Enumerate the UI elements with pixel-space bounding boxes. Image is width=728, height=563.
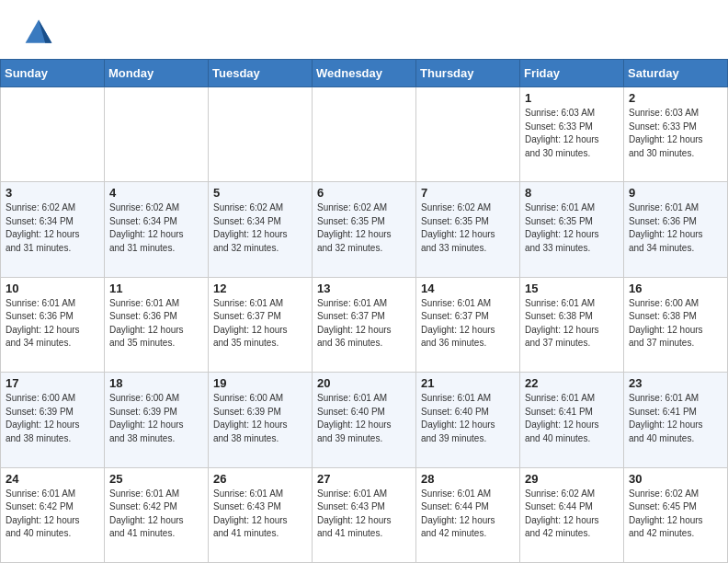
day-number: 26 [213, 472, 307, 486]
day-info: Sunrise: 6:02 AM Sunset: 6:34 PM Dayligh… [109, 201, 203, 255]
calendar-cell: 23Sunrise: 6:01 AM Sunset: 6:41 PM Dayli… [624, 373, 728, 467]
calendar-cell: 15Sunrise: 6:01 AM Sunset: 6:38 PM Dayli… [520, 277, 624, 372]
day-number: 28 [421, 472, 515, 486]
calendar-cell: 12Sunrise: 6:01 AM Sunset: 6:37 PM Dayli… [209, 277, 313, 372]
day-info: Sunrise: 6:01 AM Sunset: 6:44 PM Dayligh… [421, 488, 515, 541]
day-info: Sunrise: 6:01 AM Sunset: 6:38 PM Dayligh… [525, 297, 619, 350]
day-info: Sunrise: 6:01 AM Sunset: 6:41 PM Dayligh… [525, 392, 619, 445]
day-number: 13 [317, 282, 411, 295]
calendar-week: 10Sunrise: 6:01 AM Sunset: 6:36 PM Dayli… [1, 277, 728, 372]
calendar-cell: 21Sunrise: 6:01 AM Sunset: 6:40 PM Dayli… [416, 373, 520, 467]
day-info: Sunrise: 6:02 AM Sunset: 6:35 PM Dayligh… [421, 201, 515, 255]
day-info: Sunrise: 6:02 AM Sunset: 6:35 PM Dayligh… [317, 201, 411, 255]
calendar-cell: 16Sunrise: 6:00 AM Sunset: 6:38 PM Dayli… [624, 277, 728, 372]
calendar-body: 1Sunrise: 6:03 AM Sunset: 6:33 PM Daylig… [1, 87, 728, 563]
calendar-cell: 26Sunrise: 6:01 AM Sunset: 6:43 PM Dayli… [209, 467, 313, 562]
weekday-header: Thursday [416, 60, 520, 87]
day-info: Sunrise: 6:01 AM Sunset: 6:36 PM Dayligh… [6, 297, 99, 350]
calendar-cell: 17Sunrise: 6:00 AM Sunset: 6:39 PM Dayli… [1, 373, 105, 467]
weekday-header: Wednesday [313, 60, 416, 87]
weekday-header: Sunday [1, 60, 105, 87]
day-number: 18 [109, 376, 203, 390]
calendar-week: 1Sunrise: 6:03 AM Sunset: 6:33 PM Daylig… [1, 87, 728, 182]
calendar-cell [416, 87, 520, 182]
day-number: 23 [629, 376, 722, 390]
day-number: 16 [629, 282, 722, 295]
calendar-week: 24Sunrise: 6:01 AM Sunset: 6:42 PM Dayli… [1, 467, 728, 562]
calendar-cell: 27Sunrise: 6:01 AM Sunset: 6:43 PM Dayli… [313, 467, 416, 562]
calendar-cell: 19Sunrise: 6:00 AM Sunset: 6:39 PM Dayli… [209, 373, 313, 467]
day-number: 9 [629, 186, 722, 200]
day-info: Sunrise: 6:01 AM Sunset: 6:37 PM Dayligh… [421, 297, 515, 350]
calendar-cell: 5Sunrise: 6:02 AM Sunset: 6:34 PM Daylig… [209, 182, 313, 277]
header [0, 0, 728, 59]
day-number: 20 [317, 376, 411, 390]
calendar-cell: 7Sunrise: 6:02 AM Sunset: 6:35 PM Daylig… [416, 182, 520, 277]
weekday-header: Monday [105, 60, 209, 87]
day-info: Sunrise: 6:01 AM Sunset: 6:41 PM Dayligh… [629, 392, 722, 445]
day-info: Sunrise: 6:02 AM Sunset: 6:44 PM Dayligh… [525, 488, 619, 541]
logo-icon [22, 17, 55, 50]
day-number: 2 [629, 91, 722, 105]
day-number: 3 [6, 186, 99, 200]
calendar-cell: 14Sunrise: 6:01 AM Sunset: 6:37 PM Dayli… [416, 277, 520, 372]
calendar-cell: 20Sunrise: 6:01 AM Sunset: 6:40 PM Dayli… [313, 373, 416, 467]
calendar-cell: 2Sunrise: 6:03 AM Sunset: 6:33 PM Daylig… [624, 87, 728, 182]
calendar-cell: 11Sunrise: 6:01 AM Sunset: 6:36 PM Dayli… [105, 277, 209, 372]
calendar-cell: 18Sunrise: 6:00 AM Sunset: 6:39 PM Dayli… [105, 373, 209, 467]
day-info: Sunrise: 6:00 AM Sunset: 6:39 PM Dayligh… [6, 392, 99, 445]
day-info: Sunrise: 6:01 AM Sunset: 6:42 PM Dayligh… [6, 488, 99, 541]
day-number: 11 [109, 282, 203, 295]
day-number: 30 [629, 472, 722, 486]
day-number: 27 [317, 472, 411, 486]
day-info: Sunrise: 6:01 AM Sunset: 6:35 PM Dayligh… [525, 201, 619, 255]
calendar-cell: 28Sunrise: 6:01 AM Sunset: 6:44 PM Dayli… [416, 467, 520, 562]
day-info: Sunrise: 6:01 AM Sunset: 6:40 PM Dayligh… [317, 392, 411, 445]
day-info: Sunrise: 6:00 AM Sunset: 6:38 PM Dayligh… [629, 297, 722, 350]
day-info: Sunrise: 6:03 AM Sunset: 6:33 PM Dayligh… [629, 107, 722, 160]
day-info: Sunrise: 6:01 AM Sunset: 6:40 PM Dayligh… [421, 392, 515, 445]
calendar: SundayMondayTuesdayWednesdayThursdayFrid… [0, 59, 728, 563]
day-info: Sunrise: 6:01 AM Sunset: 6:37 PM Dayligh… [213, 297, 307, 350]
calendar-cell [105, 87, 209, 182]
day-number: 19 [213, 376, 307, 390]
weekday-row: SundayMondayTuesdayWednesdayThursdayFrid… [1, 60, 728, 87]
day-number: 7 [421, 186, 515, 200]
calendar-cell: 4Sunrise: 6:02 AM Sunset: 6:34 PM Daylig… [105, 182, 209, 277]
day-info: Sunrise: 6:01 AM Sunset: 6:43 PM Dayligh… [317, 488, 411, 541]
day-info: Sunrise: 6:02 AM Sunset: 6:45 PM Dayligh… [629, 488, 722, 541]
calendar-header: SundayMondayTuesdayWednesdayThursdayFrid… [1, 60, 728, 87]
day-number: 10 [6, 282, 99, 295]
day-info: Sunrise: 6:02 AM Sunset: 6:34 PM Dayligh… [213, 201, 307, 255]
calendar-cell: 22Sunrise: 6:01 AM Sunset: 6:41 PM Dayli… [520, 373, 624, 467]
day-number: 29 [525, 472, 619, 486]
day-number: 25 [109, 472, 203, 486]
day-info: Sunrise: 6:01 AM Sunset: 6:43 PM Dayligh… [213, 488, 307, 541]
day-number: 17 [6, 376, 99, 390]
calendar-cell: 9Sunrise: 6:01 AM Sunset: 6:36 PM Daylig… [624, 182, 728, 277]
logo [22, 17, 61, 50]
calendar-cell: 30Sunrise: 6:02 AM Sunset: 6:45 PM Dayli… [624, 467, 728, 562]
weekday-header: Friday [520, 60, 624, 87]
calendar-cell: 25Sunrise: 6:01 AM Sunset: 6:42 PM Dayli… [105, 467, 209, 562]
day-info: Sunrise: 6:01 AM Sunset: 6:37 PM Dayligh… [317, 297, 411, 350]
day-info: Sunrise: 6:01 AM Sunset: 6:36 PM Dayligh… [109, 297, 203, 350]
calendar-cell: 10Sunrise: 6:01 AM Sunset: 6:36 PM Dayli… [1, 277, 105, 372]
day-number: 5 [213, 186, 307, 200]
day-number: 24 [6, 472, 99, 486]
calendar-cell: 6Sunrise: 6:02 AM Sunset: 6:35 PM Daylig… [313, 182, 416, 277]
day-info: Sunrise: 6:00 AM Sunset: 6:39 PM Dayligh… [213, 392, 307, 445]
calendar-cell: 3Sunrise: 6:02 AM Sunset: 6:34 PM Daylig… [1, 182, 105, 277]
day-info: Sunrise: 6:01 AM Sunset: 6:42 PM Dayligh… [109, 488, 203, 541]
day-number: 6 [317, 186, 411, 200]
day-number: 8 [525, 186, 619, 200]
weekday-header: Tuesday [209, 60, 313, 87]
calendar-week: 17Sunrise: 6:00 AM Sunset: 6:39 PM Dayli… [1, 373, 728, 467]
calendar-cell: 13Sunrise: 6:01 AM Sunset: 6:37 PM Dayli… [313, 277, 416, 372]
weekday-header: Saturday [624, 60, 728, 87]
day-number: 15 [525, 282, 619, 295]
day-number: 1 [525, 91, 619, 105]
calendar-cell: 8Sunrise: 6:01 AM Sunset: 6:35 PM Daylig… [520, 182, 624, 277]
day-number: 12 [213, 282, 307, 295]
day-info: Sunrise: 6:02 AM Sunset: 6:34 PM Dayligh… [6, 201, 99, 255]
